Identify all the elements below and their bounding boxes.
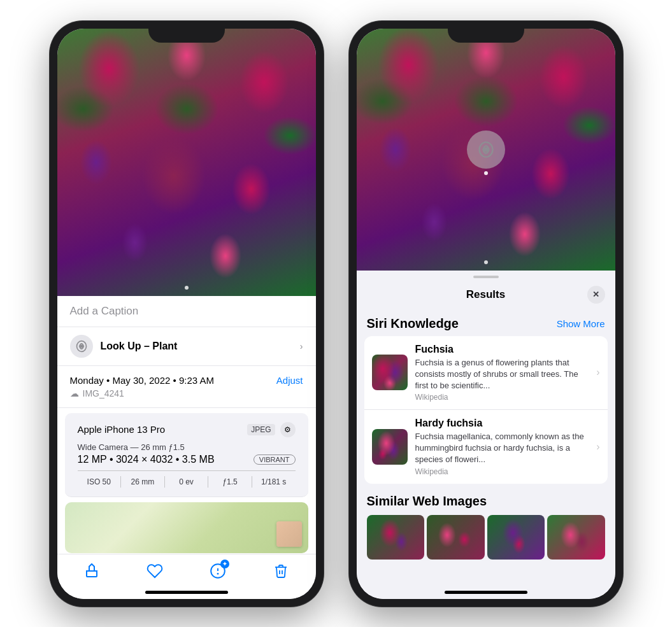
results-header: Results ✕: [357, 281, 615, 311]
jpeg-badge: JPEG: [247, 424, 275, 435]
right-screen: Results ✕ Siri Knowledge Show More Fuchs…: [357, 29, 615, 599]
caption-placeholder[interactable]: Add a Caption: [70, 305, 139, 317]
visual-search-dot: [484, 171, 488, 175]
camera-model: Apple iPhone 13 Pro: [78, 424, 166, 435]
camera-type: Wide Camera — 26 mm ƒ1.5: [78, 442, 296, 452]
left-screen: Add a Caption Look Up – Plant ›: [57, 29, 316, 599]
camera-section: Apple iPhone 13 Pro JPEG ⚙ Wide Camera —…: [65, 413, 308, 497]
hardy-name: Hardy fuchsia: [415, 418, 589, 429]
similar-image-3[interactable]: [487, 515, 545, 560]
fuchsia-description: Fuchsia is a genus of flowering plants t…: [415, 357, 589, 392]
hardy-source: Wikipedia: [415, 467, 589, 476]
filename: IMG_4241: [83, 388, 124, 398]
similar-image-4[interactable]: [547, 515, 605, 560]
siri-knowledge-title: Siri Knowledge: [367, 316, 459, 331]
similar-title: Similar Web Images: [367, 494, 605, 509]
svg-point-0: [80, 345, 82, 347]
knowledge-card: Fuchsia Fuchsia is a genus of flowering …: [364, 336, 608, 484]
left-phone: Add a Caption Look Up – Plant ›: [50, 21, 324, 607]
favorite-button[interactable]: [146, 562, 164, 580]
info-area: Add a Caption Look Up – Plant ›: [57, 296, 316, 554]
home-indicator: [145, 591, 228, 594]
exif-focal: 26 mm: [121, 476, 165, 488]
sheet-handle[interactable]: [473, 276, 499, 278]
close-button[interactable]: ✕: [587, 286, 605, 304]
similar-section: Similar Web Images: [357, 486, 615, 563]
photo-date: Monday • May 30, 2022 • 9:23 AM: [70, 375, 214, 386]
share-button[interactable]: [83, 562, 101, 580]
visual-search-button[interactable]: [467, 130, 505, 169]
adjust-button[interactable]: Adjust: [276, 375, 303, 386]
lookup-chevron: ›: [300, 341, 303, 351]
exif-ev: 0 ev: [165, 476, 209, 488]
photo-specs: 12 MP • 3024 × 4032 • 3.5 MB: [78, 454, 215, 465]
filename-row: ☁ IMG_4241: [70, 388, 303, 398]
hardy-thumbnail: [372, 429, 408, 465]
notch: [148, 21, 225, 43]
vibrant-badge: VIBRANT: [254, 454, 296, 465]
svg-point-4: [484, 148, 487, 151]
info-badge: ✦: [220, 560, 229, 568]
fuchsia-thumbnail: [372, 355, 408, 390]
caption-area[interactable]: Add a Caption: [57, 296, 316, 327]
hardy-description: Fuchsia magellanica, commonly known as t…: [415, 431, 589, 466]
lookup-label: Look Up – Plant: [101, 341, 292, 352]
flower-image: [57, 29, 316, 296]
exif-shutter: 1/181 s: [252, 476, 296, 488]
fuchsia-content: Fuchsia Fuchsia is a genus of flowering …: [415, 344, 589, 402]
info-button[interactable]: ✦: [209, 562, 227, 580]
gear-button[interactable]: ⚙: [280, 422, 296, 437]
right-notch: [448, 21, 524, 43]
camera-specs-row: 12 MP • 3024 × 4032 • 3.5 MB VIBRANT: [78, 454, 296, 465]
photo-area[interactable]: [57, 29, 316, 296]
hardy-chevron: ›: [596, 441, 599, 453]
right-home-indicator: [445, 591, 527, 594]
fuchsia-source: Wikipedia: [415, 393, 589, 402]
exif-iso: ISO 50: [78, 476, 122, 488]
similar-image-2[interactable]: [427, 515, 485, 560]
map-section[interactable]: [65, 502, 308, 553]
right-phone: Results ✕ Siri Knowledge Show More Fuchs…: [349, 21, 623, 607]
exif-row: ISO 50 26 mm 0 ev ƒ1.5 1/181 s: [78, 470, 296, 488]
knowledge-item-hardy[interactable]: Hardy fuchsia Fuchsia magellanica, commo…: [364, 410, 608, 484]
lookup-row[interactable]: Look Up – Plant ›: [57, 327, 316, 366]
show-more-button[interactable]: Show More: [557, 318, 605, 329]
similar-images-row: [367, 515, 605, 560]
results-sheet: Results ✕ Siri Knowledge Show More Fuchs…: [357, 271, 615, 599]
page-indicator: [185, 286, 189, 290]
results-title: Results: [385, 288, 587, 301]
right-photo-area[interactable]: [357, 29, 615, 271]
meta-section: Monday • May 30, 2022 • 9:23 AM Adjust ☁…: [57, 366, 316, 408]
fuchsia-name: Fuchsia: [415, 344, 589, 355]
knowledge-item-fuchsia[interactable]: Fuchsia Fuchsia is a genus of flowering …: [364, 336, 608, 411]
fuchsia-chevron: ›: [596, 367, 599, 378]
similar-image-1[interactable]: [367, 515, 425, 560]
hardy-content: Hardy fuchsia Fuchsia magellanica, commo…: [415, 418, 589, 476]
exif-aperture: ƒ1.5: [208, 476, 252, 488]
siri-knowledge-header: Siri Knowledge Show More: [357, 311, 615, 336]
delete-button[interactable]: [272, 562, 290, 580]
right-page-indicator: [484, 260, 488, 264]
lookup-icon: [70, 335, 93, 358]
cloud-icon: ☁: [70, 388, 79, 398]
